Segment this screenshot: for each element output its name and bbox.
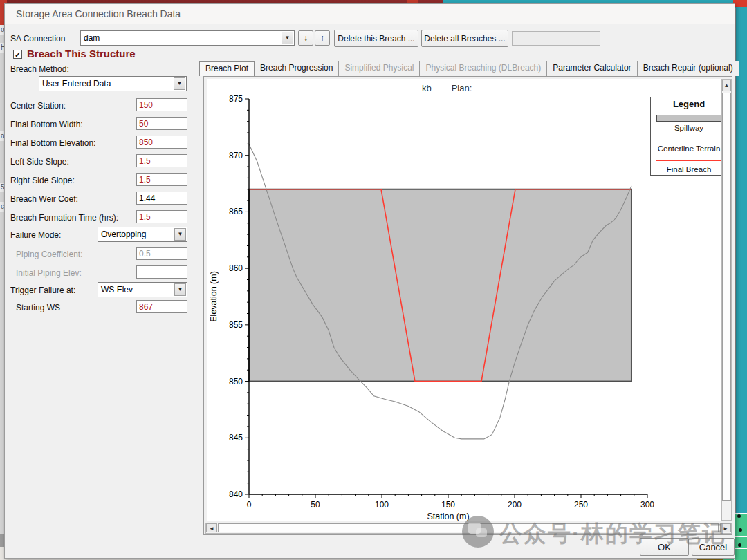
- previous-breach-button[interactable]: ↓: [298, 30, 313, 46]
- background-teal-strip: [736, 0, 747, 548]
- tab-breach-progression[interactable]: Breach Progression: [255, 61, 339, 76]
- svg-text:875: 875: [229, 94, 243, 104]
- chevron-down-icon[interactable]: ▼: [174, 228, 186, 241]
- breach-this-structure-label: Breach This Structure: [27, 48, 136, 59]
- failure-mode-label: Failure Mode:: [10, 230, 61, 240]
- svg-text:200: 200: [508, 500, 522, 510]
- legend-label: Centerline Terrain: [655, 144, 723, 153]
- breach-method-label: Breach Method:: [10, 64, 69, 74]
- legend-swatch-line: [656, 140, 721, 140]
- piping-coefficient-field[interactable]: 0.5: [136, 247, 187, 260]
- field-input[interactable]: 150: [136, 98, 187, 111]
- field-input[interactable]: 1.5: [136, 210, 187, 223]
- legend-entry: Final Breach: [651, 154, 727, 175]
- sa-connection-label: SA Connection: [10, 34, 65, 44]
- field-label: Left Side Slope:: [10, 157, 69, 167]
- horizontal-scrollbar[interactable]: ◄ ►: [205, 523, 732, 534]
- vertical-scrollbar[interactable]: ▲: [721, 79, 732, 521]
- failure-mode-value: Overtopping: [101, 230, 146, 239]
- field-label: Center Station:: [10, 101, 66, 111]
- field-label: Final Bottom Elevation:: [10, 138, 95, 148]
- tab-physical-breaching-dlbreach-: Physical Breaching (DLBreach): [420, 61, 547, 76]
- initial-piping-elev-field[interactable]: [136, 265, 187, 279]
- breach-plot-panel: kb Plan: 8408458508558608658708750501001…: [203, 76, 732, 535]
- chart-legend: Legend SpillwayCenterline TerrainFinal B…: [650, 97, 728, 176]
- ok-button[interactable]: OK: [640, 538, 689, 556]
- delete-this-breach-button[interactable]: Delete this Breach ...: [334, 30, 418, 47]
- svg-text:50: 50: [311, 500, 320, 510]
- trigger-failure-label: Trigger Failure at:: [10, 286, 75, 295]
- svg-text:865: 865: [229, 207, 243, 216]
- svg-text:850: 850: [229, 377, 243, 386]
- dialog-title: Storage Area Connection Breach Data: [16, 8, 181, 19]
- dialog-titlebar[interactable]: Storage Area Connection Breach Data: [5, 4, 735, 24]
- chevron-down-icon[interactable]: ▼: [282, 32, 293, 44]
- starting-ws-label: Starting WS: [16, 303, 60, 312]
- initial-piping-elev-label: Initial Piping Elev:: [16, 268, 82, 278]
- svg-text:845: 845: [229, 433, 243, 442]
- starting-ws-field[interactable]: 867: [136, 300, 187, 313]
- svg-text:300: 300: [640, 500, 654, 510]
- svg-text:870: 870: [229, 151, 243, 160]
- background-red-fragment: [733, 0, 747, 7]
- y-axis-label: Elevation (m): [209, 271, 219, 322]
- svg-text:855: 855: [229, 320, 243, 330]
- legend-label: Final Breach: [655, 165, 723, 174]
- delete-all-breaches-button[interactable]: Delete all Breaches ...: [421, 30, 508, 47]
- chevron-down-icon[interactable]: ▼: [174, 283, 186, 296]
- piping-coefficient-label: Piping Coefficient:: [16, 250, 83, 259]
- breach-plot-chart: kb Plan: 8408458508558608658708750501001…: [207, 79, 729, 521]
- svg-text:150: 150: [441, 500, 455, 510]
- breach-status-field: [512, 31, 600, 46]
- svg-text:100: 100: [375, 500, 389, 510]
- tab-simplified-physical: Simplified Physical: [339, 61, 420, 76]
- breach-this-structure-checkbox[interactable]: ✓: [13, 50, 22, 59]
- field-label: Breach Formation Time (hrs):: [10, 213, 118, 223]
- failure-mode-combobox[interactable]: Overtopping ▼: [98, 227, 187, 242]
- breach-method-combobox[interactable]: User Entered Data ▼: [39, 76, 187, 91]
- down-arrow-icon: ↓: [304, 33, 308, 43]
- legend-label: Spillway: [655, 124, 723, 132]
- field-input[interactable]: 850: [136, 136, 187, 149]
- sa-connection-value: dam: [84, 33, 100, 43]
- cancel-button[interactable]: Cancel: [692, 538, 735, 556]
- tab-parameter-calculator[interactable]: Parameter Calculator: [547, 61, 637, 76]
- trigger-failure-combobox[interactable]: WS Elev ▼: [98, 282, 187, 297]
- field-label: Final Bottom Width:: [10, 120, 83, 129]
- scroll-up-icon[interactable]: ▲: [722, 80, 731, 91]
- check-icon: ✓: [15, 50, 21, 59]
- legend-swatch-bar: [656, 115, 721, 122]
- field-label: Breach Weir Coef:: [10, 194, 78, 204]
- field-label: Right Side Slope:: [10, 176, 75, 185]
- svg-text:0: 0: [247, 500, 252, 510]
- field-input[interactable]: 1.5: [136, 173, 187, 186]
- up-arrow-icon: ↑: [320, 33, 324, 43]
- scroll-right-icon[interactable]: ►: [720, 523, 731, 532]
- chart-title: kb Plan:: [249, 83, 647, 93]
- field-input[interactable]: 50: [136, 117, 187, 130]
- legend-swatch-line: [656, 160, 721, 161]
- legend-entry: Spillway: [651, 111, 727, 133]
- x-axis-label: Station (m): [427, 512, 469, 521]
- horizontal-scroll-thumb[interactable]: [218, 523, 719, 532]
- scroll-left-icon[interactable]: ◄: [206, 523, 217, 532]
- breach-method-value: User Entered Data: [42, 79, 111, 88]
- tab-breach-plot[interactable]: Breach Plot: [199, 61, 255, 76]
- spillway-shape: [249, 189, 631, 382]
- legend-entry: Centerline Terrain: [651, 133, 727, 154]
- field-input[interactable]: 1.44: [136, 192, 187, 205]
- tab-breach-repair-optional-[interactable]: Breach Repair (optional): [638, 61, 739, 76]
- svg-text:250: 250: [574, 500, 588, 510]
- sa-connection-combobox[interactable]: dam ▼: [80, 30, 295, 46]
- legend-title: Legend: [651, 97, 727, 111]
- screen: orHea:5,ce Ending Date: Ending Time: Sto…: [0, 0, 747, 560]
- chevron-down-icon[interactable]: ▼: [174, 77, 185, 90]
- trigger-failure-value: WS Elev: [101, 285, 133, 295]
- svg-text:840: 840: [229, 489, 243, 499]
- svg-text:860: 860: [229, 263, 243, 273]
- vertical-scroll-thumb[interactable]: [722, 93, 731, 501]
- tab-strip: Breach PlotBreach ProgressionSimplified …: [199, 61, 739, 76]
- next-breach-button[interactable]: ↑: [315, 30, 330, 46]
- breach-data-dialog: Storage Area Connection Breach Data SA C…: [4, 3, 735, 559]
- field-input[interactable]: 1.5: [136, 154, 187, 167]
